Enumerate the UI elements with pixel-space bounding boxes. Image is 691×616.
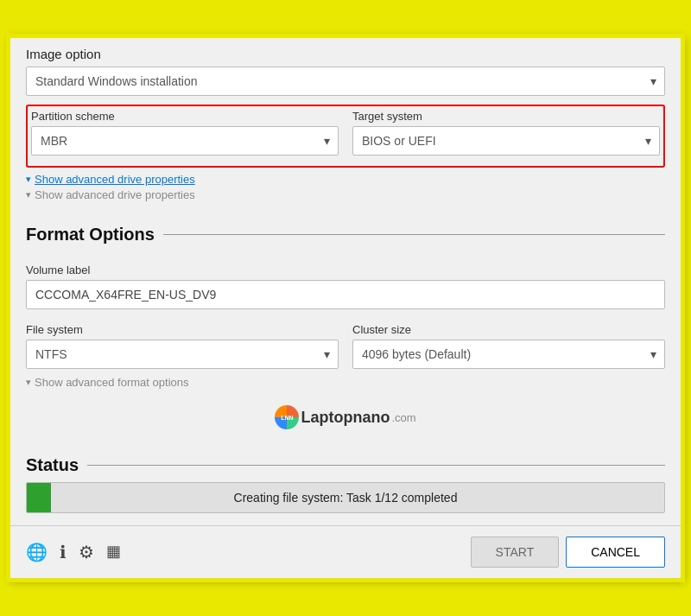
status-divider: Status — [26, 455, 665, 475]
partition-row: Partition scheme MBR Target system BIOS … — [31, 110, 660, 156]
target-system-col: Target system BIOS or UEFI — [352, 110, 660, 156]
image-option-select[interactable]: Standard Windows installation — [26, 67, 665, 96]
globe-icon[interactable]: 🌐 — [26, 542, 48, 562]
status-divider-line — [87, 465, 665, 466]
file-system-select-wrapper[interactable]: NTFS — [26, 340, 339, 369]
format-options-heading: Format Options — [26, 225, 155, 244]
status-heading-section: Status — [10, 438, 681, 475]
format-options-divider-line — [163, 234, 665, 235]
volume-label-label: Volume label — [26, 264, 665, 276]
file-system-select[interactable]: NTFS — [26, 340, 339, 369]
info-icon[interactable]: ℹ — [60, 542, 67, 562]
show-advanced-drive-grey-text[interactable]: Show advanced drive properties — [35, 188, 195, 201]
progress-text: Creating file system: Task 1/12 complete… — [27, 491, 664, 505]
start-button[interactable]: START — [471, 537, 560, 568]
file-system-col: File system NTFS — [26, 316, 339, 369]
logo-circle-text: LNN — [281, 415, 293, 421]
status-section: Creating file system: Task 1/12 complete… — [10, 482, 681, 525]
footer: 🌐 ℹ ⚙ ▦ START CANCEL — [10, 525, 681, 578]
target-system-label: Target system — [352, 110, 660, 123]
progress-bar-inner — [27, 483, 51, 512]
image-option-title: Image option — [26, 47, 665, 61]
partition-scheme-select[interactable]: MBR — [31, 126, 339, 156]
watermark-area: LNN Laptopnano.com — [10, 402, 681, 433]
partition-scheme-label: Partition scheme — [31, 110, 339, 123]
partition-scheme-select-wrapper[interactable]: MBR — [31, 126, 339, 156]
show-advanced-drive-blue[interactable]: ▾ Show advanced drive properties — [26, 173, 665, 186]
cluster-size-select-wrapper[interactable]: 4096 bytes (Default) — [352, 340, 665, 369]
target-system-select[interactable]: BIOS or UEFI — [352, 126, 660, 156]
red-border-group: Partition scheme MBR Target system BIOS … — [26, 105, 665, 168]
show-advanced-drive-grey[interactable]: ▾ Show advanced drive properties — [26, 188, 665, 201]
file-system-cluster-row: File system NTFS Cluster size 4096 bytes… — [26, 316, 665, 369]
volume-label-input[interactable] — [26, 280, 665, 309]
image-option-select-wrapper[interactable]: Standard Windows installation — [26, 67, 665, 96]
file-system-label: File system — [26, 323, 339, 336]
show-advanced-drive-blue-text[interactable]: Show advanced drive properties — [35, 173, 195, 186]
site-tld: .com — [391, 411, 415, 424]
main-dialog: Image option Standard Windows installati… — [9, 36, 682, 580]
footer-icons: 🌐 ℹ ⚙ ▦ — [26, 542, 464, 562]
logo-circle: LNN — [275, 405, 299, 429]
image-option-section: Image option Standard Windows installati… — [10, 38, 681, 101]
grid-icon[interactable]: ▦ — [106, 542, 121, 562]
format-options-heading-section: Format Options — [10, 207, 681, 257]
site-name: Laptopnano — [301, 409, 390, 427]
settings-icon[interactable]: ⚙ — [79, 542, 94, 562]
format-options-section: Volume label File system NTFS Cluster si… — [10, 264, 681, 397]
cluster-size-label: Cluster size — [352, 323, 665, 336]
chevron-down-icon: ▾ — [26, 174, 31, 185]
show-advanced-format[interactable]: ▾ Show advanced format options — [26, 376, 665, 389]
status-heading: Status — [26, 455, 79, 475]
show-advanced-format-text[interactable]: Show advanced format options — [35, 376, 189, 389]
partition-scheme-col: Partition scheme MBR — [31, 110, 339, 156]
partition-target-section: Partition scheme MBR Target system BIOS … — [10, 101, 681, 207]
cluster-size-select[interactable]: 4096 bytes (Default) — [352, 340, 665, 369]
cluster-size-col: Cluster size 4096 bytes (Default) — [352, 316, 665, 369]
watermark-logo: LNN Laptopnano.com — [275, 405, 415, 429]
chevron-down-icon-3: ▾ — [26, 377, 31, 388]
format-options-divider: Format Options — [26, 225, 665, 244]
progress-bar-outer: Creating file system: Task 1/12 complete… — [26, 482, 665, 513]
target-system-select-wrapper[interactable]: BIOS or UEFI — [352, 126, 660, 156]
cancel-button[interactable]: CANCEL — [566, 537, 665, 568]
chevron-down-icon-2: ▾ — [26, 189, 31, 200]
